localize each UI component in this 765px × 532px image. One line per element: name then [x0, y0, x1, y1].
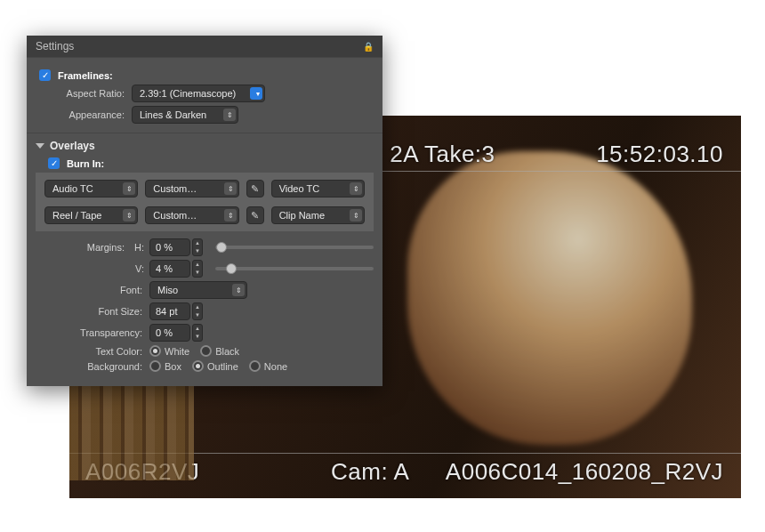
- radio-icon: [192, 360, 204, 372]
- margins-label: Margins:: [36, 242, 132, 253]
- pencil-icon: ✎: [251, 183, 259, 195]
- margin-v-input[interactable]: 4 %: [149, 260, 190, 278]
- radio-icon: [200, 345, 212, 357]
- updown-icon: ⇕: [228, 185, 234, 193]
- appearance-value: Lines & Darken: [140, 109, 206, 120]
- burnin-header-row: ✓ Burn In:: [36, 157, 374, 169]
- fontsize-stepper[interactable]: ▲▼: [192, 302, 203, 320]
- textcolor-radios: White Black: [149, 345, 239, 357]
- fontsize-value: 84 pt: [156, 306, 177, 317]
- updown-icon: ⇕: [353, 212, 359, 220]
- radio-icon: [249, 360, 261, 372]
- disclosure-triangle-icon: [36, 143, 44, 149]
- burnin-top-right-select[interactable]: Video TC⇕: [271, 180, 365, 197]
- burnin-top-center-value: Custom…: [153, 183, 197, 194]
- font-select[interactable]: Miso⇕: [149, 281, 247, 299]
- background-outline-label: Outline: [207, 361, 238, 372]
- burnin-top-center-select[interactable]: Custom…⇕: [145, 180, 238, 197]
- aspect-ratio-value: 2.39:1 (Cinemascope): [140, 88, 236, 99]
- framelines-checkbox[interactable]: ✓: [39, 69, 51, 81]
- overlay-timecode-text: 15:52:03.10: [596, 141, 723, 168]
- margin-v-slider[interactable]: [215, 267, 374, 270]
- textcolor-black-label: Black: [215, 346, 239, 357]
- aspect-ratio-label: Aspect Ratio:: [36, 88, 132, 99]
- panel-header: Settings 🔒: [27, 36, 382, 57]
- frameline-bottom: [69, 453, 741, 454]
- background-box-label: Box: [165, 361, 181, 372]
- background-radios: Box Outline None: [149, 360, 287, 372]
- background-none-option[interactable]: None: [249, 360, 287, 372]
- radio-icon: [149, 345, 161, 357]
- background-none-label: None: [264, 361, 287, 372]
- textcolor-white-option[interactable]: White: [149, 345, 189, 357]
- panel-title: Settings: [36, 40, 74, 52]
- margin-v-value: 4 %: [156, 263, 173, 274]
- overlay-reel-text: A006R2VJ: [85, 458, 199, 486]
- edit-bot-center-button[interactable]: ✎: [246, 206, 264, 224]
- appearance-label: Appearance:: [36, 109, 132, 120]
- lock-icon[interactable]: 🔒: [363, 42, 374, 52]
- font-label: Font:: [36, 285, 149, 295]
- burnin-bot-center-select[interactable]: Custom…⇕: [145, 206, 238, 224]
- transparency-value: 0 %: [156, 327, 173, 338]
- textcolor-black-option[interactable]: Black: [200, 345, 239, 357]
- transparency-label: Transparency:: [36, 327, 149, 338]
- updown-icon: ⇕: [227, 111, 233, 119]
- transparency-input[interactable]: 0 %: [149, 324, 190, 342]
- updown-icon: ⇕: [236, 286, 242, 294]
- background-label: Background:: [36, 361, 149, 372]
- framelines-header-row: ✓ Framelines:: [36, 69, 374, 81]
- burnin-top-row: Audio TC⇕ Custom…⇕ ✎ Video TC⇕: [44, 180, 365, 197]
- edit-top-center-button[interactable]: ✎: [246, 180, 264, 197]
- overlays-header-label: Overlays: [50, 140, 95, 152]
- margin-v-stepper[interactable]: ▲▼: [192, 260, 203, 278]
- transparency-stepper[interactable]: ▲▼: [192, 324, 203, 342]
- burnin-bot-center-value: Custom…: [153, 210, 197, 221]
- updown-icon: ⇕: [126, 185, 133, 193]
- margin-v-label: V:: [132, 263, 149, 274]
- aspect-ratio-select[interactable]: 2.39:1 (Cinemascope) ▾: [132, 85, 265, 102]
- overlays-header-row[interactable]: Overlays: [36, 140, 374, 152]
- appearance-select[interactable]: Lines & Darken ⇕: [132, 106, 238, 124]
- burnin-checkbox[interactable]: ✓: [48, 157, 60, 169]
- background-box-option[interactable]: Box: [149, 360, 181, 372]
- textcolor-label: Text Color:: [36, 346, 149, 357]
- fontsize-input[interactable]: 84 pt: [149, 302, 190, 320]
- margin-h-label: H:: [132, 242, 149, 253]
- slider-knob[interactable]: [216, 242, 227, 253]
- framelines-header-label: Framelines:: [58, 70, 113, 81]
- updown-icon: ⇕: [228, 212, 234, 220]
- burnin-header-label: Burn In:: [67, 158, 104, 169]
- updown-icon: ⇕: [126, 212, 133, 220]
- background-outline-option[interactable]: Outline: [192, 360, 238, 372]
- margin-h-slider[interactable]: [215, 246, 374, 249]
- margin-h-stepper[interactable]: ▲▼: [192, 238, 203, 256]
- slider-knob[interactable]: [226, 263, 237, 274]
- burnin-bot-right-select[interactable]: Clip Name⇕: [271, 206, 365, 224]
- radio-icon: [149, 360, 161, 372]
- burnin-bot-right-value: Clip Name: [279, 210, 325, 221]
- fontsize-label: Font Size:: [36, 306, 149, 317]
- burnin-top-left-value: Audio TC: [52, 183, 93, 194]
- burnin-bottom-row: Reel / Tape⇕ Custom…⇕ ✎ Clip Name⇕: [44, 206, 365, 224]
- pencil-icon: ✎: [251, 210, 259, 222]
- section-overlays: Overlays ✓ Burn In: Audio TC⇕ Custom…⇕ ✎…: [27, 133, 382, 386]
- updown-icon: ⇕: [353, 185, 359, 193]
- chevron-down-icon: ▾: [256, 90, 260, 98]
- burnin-top-right-value: Video TC: [279, 183, 319, 194]
- overlay-clip-text: A006C014_160208_R2VJ: [446, 458, 723, 486]
- burnin-bot-left-value: Reel / Tape: [52, 210, 101, 221]
- margin-h-input[interactable]: 0 %: [149, 238, 190, 256]
- overlay-cam-text: Cam: A: [331, 458, 409, 486]
- textcolor-white-label: White: [165, 346, 189, 357]
- burnin-bot-left-select[interactable]: Reel / Tape⇕: [44, 206, 138, 224]
- font-value: Miso: [157, 285, 178, 295]
- burnin-top-left-select[interactable]: Audio TC⇕: [44, 180, 138, 197]
- settings-panel: Settings 🔒 ✓ Framelines: Aspect Ratio: 2…: [27, 36, 382, 386]
- section-framelines: ✓ Framelines: Aspect Ratio: 2.39:1 (Cine…: [27, 57, 382, 133]
- margin-h-value: 0 %: [156, 242, 173, 253]
- burnin-slots-grid: Audio TC⇕ Custom…⇕ ✎ Video TC⇕ Reel / Ta…: [36, 173, 374, 231]
